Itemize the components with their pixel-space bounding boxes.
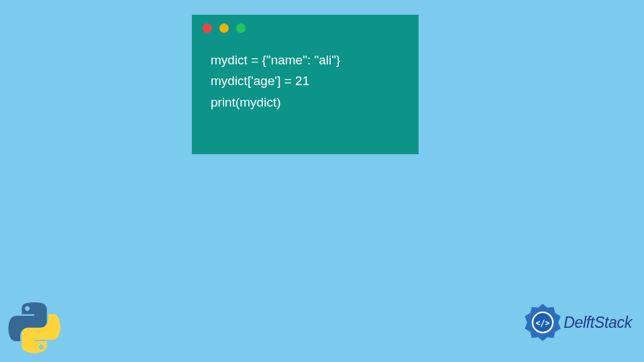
delftstack-logo: </> DelftStack <box>523 303 632 342</box>
delftstack-brand-text: DelftStack <box>564 314 632 332</box>
code-line-1: mydict = {"name": "ali"} <box>211 50 402 70</box>
python-logo-icon <box>8 302 60 354</box>
traffic-light-green-icon <box>236 23 246 33</box>
code-line-2: mydict['age'] = 21 <box>211 70 402 91</box>
svg-text:</>: </> <box>536 318 550 328</box>
traffic-light-red-icon <box>203 23 212 33</box>
traffic-light-yellow-icon <box>219 23 229 33</box>
delftstack-icon: </> <box>523 303 562 342</box>
traffic-lights <box>192 15 419 36</box>
code-line-3: print(mydict) <box>211 92 402 113</box>
code-window: mydict = {"name": "ali"} mydict['age'] =… <box>192 15 419 154</box>
code-content: mydict = {"name": "ali"} mydict['age'] =… <box>192 36 419 119</box>
